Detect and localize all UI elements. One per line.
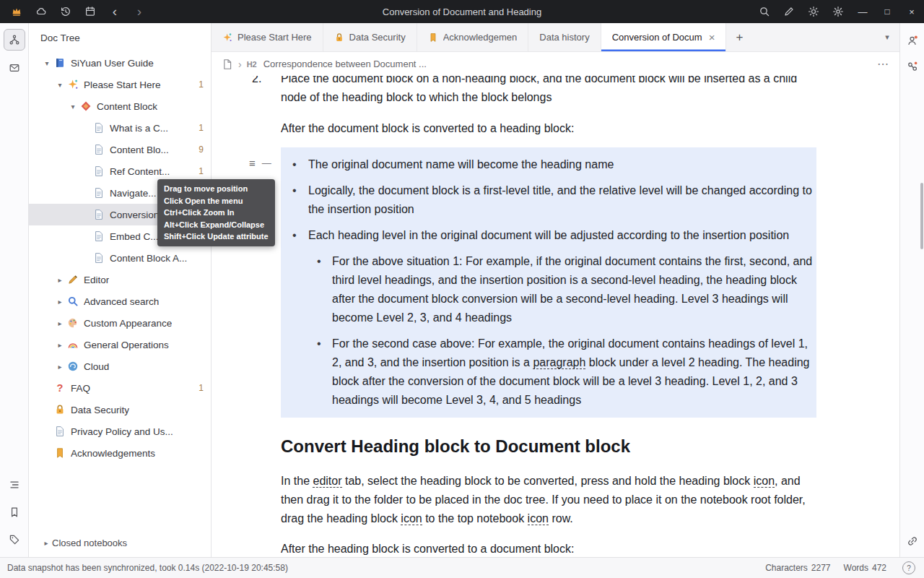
tree-item-custom-appearance[interactable]: ▸ Custom Appearance — [29, 312, 211, 334]
tab-please-start-here[interactable]: Please Start Here — [212, 23, 323, 51]
section-heading[interactable]: Convert Heading block to Document block — [281, 435, 816, 458]
tree-item-cloud[interactable]: ▸ Cloud — [29, 355, 211, 377]
settings-button[interactable] — [826, 0, 850, 23]
history-icon — [60, 6, 71, 17]
dock-inbox-button[interactable] — [4, 58, 25, 78]
ordered-list-item[interactable]: 2. Place the document block on a non-hea… — [281, 76, 816, 107]
tree-item-acknowledgements[interactable]: Acknowledgements — [29, 442, 211, 464]
chevron-down-icon[interactable]: ▾ — [40, 59, 53, 67]
tree-item-editor[interactable]: ▸ Editor — [29, 269, 211, 290]
tab-list-button[interactable]: ▾ — [875, 23, 899, 51]
tooltip-line: Drag to move position — [164, 183, 269, 195]
chevron-right-icon[interactable]: ▸ — [53, 276, 66, 284]
daily-note-button[interactable] — [78, 0, 103, 23]
minimize-button[interactable]: — — [850, 0, 875, 23]
underlined-text: paragraph — [533, 356, 585, 369]
sun-icon — [808, 6, 819, 17]
help-button[interactable]: ? — [902, 561, 915, 574]
underlined-text: editor — [313, 475, 341, 488]
chevron-right-icon[interactable]: ▸ — [53, 363, 66, 371]
close-button[interactable]: × — [899, 0, 924, 23]
gutter-item-icon[interactable]: — — [262, 154, 271, 173]
breadcrumb-heading[interactable]: Correspondence between Document ... — [263, 59, 427, 69]
bookmark-icon — [53, 447, 66, 459]
tree-item-faq[interactable]: FAQ 1 — [29, 377, 211, 399]
document-icon — [92, 144, 105, 155]
paragraph[interactable]: Place the document block on a non-headin… — [281, 76, 816, 107]
forward-button[interactable]: › — [127, 0, 152, 23]
dock-doc-tree-button[interactable] — [4, 29, 25, 51]
search-icon — [759, 6, 770, 17]
cloud-sync-button[interactable] — [29, 0, 53, 23]
gear-icon — [832, 6, 844, 17]
list-item[interactable]: Logically, the document block is a first… — [281, 181, 816, 219]
graph-button[interactable] — [902, 56, 923, 77]
new-tab-button[interactable]: + — [726, 23, 752, 51]
child-count: 1 — [199, 79, 211, 90]
chevron-down-icon[interactable]: ▾ — [66, 103, 79, 111]
editor[interactable]: 2. Place the document block on a non-hea… — [212, 76, 899, 557]
list-item[interactable]: Each heading level in the original docum… — [281, 226, 816, 410]
block-gutter: ≡ — — [249, 154, 271, 173]
tab-data-history[interactable]: Data history — [528, 23, 601, 51]
list-item[interactable]: For the second case above: For example, … — [308, 335, 816, 410]
maximize-button[interactable]: □ — [875, 0, 899, 23]
tag-icon — [9, 534, 20, 545]
chevron-right-icon: ▸ — [40, 539, 52, 547]
dock-outline-button[interactable] — [4, 475, 25, 495]
closed-notebooks-toggle[interactable]: ▸ Closed notebooks — [29, 532, 211, 553]
account-button[interactable] — [902, 30, 923, 51]
tab-conversion-of-document[interactable]: Conversion of Docum × — [601, 23, 727, 51]
list-item[interactable]: The original document name will become t… — [281, 155, 816, 174]
tree-item-general-operations[interactable]: ▸ General Operations — [29, 334, 211, 355]
dock-tag-button[interactable] — [4, 530, 25, 550]
tree-item-please-start-here[interactable]: ▾ Please Start Here 1 — [29, 74, 211, 95]
underlined-text: icon — [528, 512, 549, 525]
gutter-list-icon[interactable]: ≡ — [249, 154, 256, 173]
statusbar-right-group: Characters 2277 Words 472 ? — [765, 561, 915, 574]
tooltip-line: Ctrl+Click Zoom In — [164, 207, 269, 219]
child-count: 9 — [199, 144, 211, 155]
tree-item-siyuan-user-guide[interactable]: ▾ SiYuan User Guide — [29, 52, 211, 74]
tab-data-security[interactable]: Data Security — [323, 23, 417, 51]
scrollbar-thumb[interactable] — [920, 183, 923, 249]
list-item[interactable]: For the above situation 1: For example, … — [308, 252, 816, 327]
character-count: Characters 2277 — [765, 563, 830, 573]
paragraph[interactable]: After the heading block is converted to … — [281, 540, 816, 557]
highlighted-list-block[interactable]: The original document name will become t… — [281, 147, 816, 418]
paragraph[interactable]: After the document block is converted to… — [281, 119, 816, 138]
tree-item-data-security[interactable]: Data Security — [29, 399, 211, 420]
title-bar: ‹ › Conversion of Document and Heading —… — [0, 0, 924, 23]
chevron-down-icon[interactable]: ▾ — [53, 81, 66, 89]
words-label: Words — [844, 563, 868, 573]
chevron-right-icon[interactable]: ▸ — [53, 319, 66, 327]
chevron-right-icon[interactable]: ▸ — [53, 341, 66, 349]
chevron-right-icon[interactable]: ▸ — [53, 298, 66, 306]
underlined-text: icon — [401, 512, 422, 525]
global-search-button[interactable] — [752, 0, 777, 23]
close-tab-icon[interactable]: × — [709, 31, 715, 43]
edit-mode-button[interactable] — [777, 0, 801, 23]
tree-item-what-is-a-content-block[interactable]: What is a C... 1 — [29, 117, 211, 139]
chevron-right-icon: › — [137, 0, 141, 23]
tree-item-content-block-types[interactable]: Content Blo... 9 — [29, 139, 211, 160]
paragraph[interactable]: In the editor tab, select the heading bl… — [281, 472, 816, 528]
tree-item-advanced-search[interactable]: ▸ Advanced search — [29, 290, 211, 312]
tree-item-content-block[interactable]: ▾ Content Block — [29, 95, 211, 117]
theme-button[interactable] — [801, 0, 826, 23]
document-body: 2. Place the document block on a non-hea… — [281, 76, 816, 557]
data-history-button[interactable] — [53, 0, 78, 23]
bullet-list: The original document name will become t… — [281, 155, 816, 410]
app-logo-button[interactable] — [4, 0, 29, 23]
tab-acknowledgements[interactable]: Acknowledgemen — [417, 23, 529, 51]
tree-item-content-block-attributes[interactable]: Content Block A... — [29, 247, 211, 269]
dock-bookmark-button[interactable] — [4, 502, 25, 522]
tree-item-privacy-policy[interactable]: Privacy Policy and Us... — [29, 420, 211, 442]
list-item-text: Logically, the document block is a first… — [308, 184, 812, 215]
list-number: 2. — [252, 76, 261, 88]
back-button[interactable]: ‹ — [103, 0, 127, 23]
backlinks-button[interactable] — [902, 531, 923, 551]
child-count: 1 — [199, 166, 211, 176]
document-icon[interactable] — [222, 59, 233, 70]
more-button[interactable]: ⋯ — [877, 57, 889, 71]
